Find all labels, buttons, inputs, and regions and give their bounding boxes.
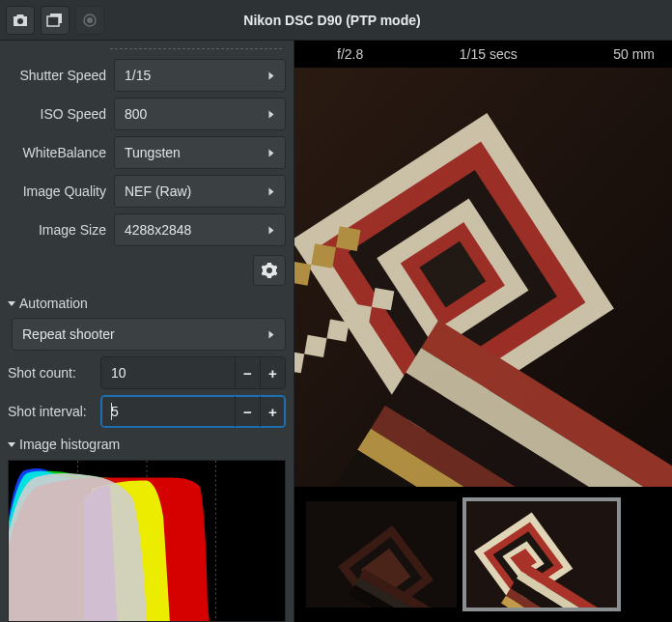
thumbnail[interactable]	[306, 501, 457, 608]
shot-count-row: Shot count: 10 − +	[4, 353, 290, 392]
dropdown-value: Tungsten	[125, 145, 181, 160]
shutter-speed-dropdown[interactable]: 1/15	[114, 59, 286, 92]
chevron-right-icon	[269, 110, 274, 118]
gear-icon	[262, 263, 277, 278]
chevron-right-icon	[269, 187, 274, 195]
decrement-button[interactable]: −	[235, 357, 260, 388]
automation-section-header[interactable]: Automation	[4, 290, 290, 315]
dropdown-value: 4288x2848	[125, 222, 191, 238]
shot-interval-label: Shot interval:	[8, 404, 95, 419]
text-cursor	[111, 403, 112, 420]
burst-button[interactable]	[41, 6, 70, 35]
aperture-value: f/2.8	[337, 46, 363, 62]
shot-count-value[interactable]: 10	[101, 365, 235, 381]
svg-point-0	[17, 18, 23, 24]
shot-count-stepper[interactable]: 10 − +	[100, 356, 286, 389]
setting-label: WhiteBalance	[8, 145, 106, 160]
automation-mode-row: Repeat shooter	[4, 315, 290, 353]
preview-info-bar: f/2.8 1/15 secs 50 mm	[294, 41, 672, 68]
setting-label: ISO Speed	[8, 106, 106, 122]
image-preview	[294, 68, 672, 487]
record-button	[75, 6, 104, 35]
section-title: Automation	[19, 296, 88, 311]
shot-interval-row: Shot interval: 5 − +	[4, 392, 290, 431]
histogram-section-header[interactable]: Image histogram	[4, 431, 290, 456]
shot-interval-value[interactable]: 5	[101, 404, 235, 419]
automation-mode-dropdown[interactable]: Repeat shooter	[12, 318, 286, 351]
setting-label: Image Size	[8, 222, 106, 238]
chevron-right-icon	[269, 226, 274, 234]
setting-row-wb: WhiteBalance Tungsten	[4, 133, 290, 172]
camera-icon	[13, 14, 28, 27]
burst-icon	[46, 14, 64, 27]
settings-gear-button[interactable]	[253, 255, 286, 286]
dropdown-value: Repeat shooter	[22, 326, 115, 342]
titlebar-button-group	[6, 6, 104, 35]
decrement-button[interactable]: −	[235, 396, 260, 427]
capture-button[interactable]	[6, 6, 35, 35]
window-titlebar: Nikon DSC D90 (PTP mode)	[0, 0, 672, 41]
image-size-dropdown[interactable]: 4288x2848	[114, 213, 286, 246]
iso-speed-dropdown[interactable]: 800	[114, 98, 286, 130]
chevron-right-icon	[269, 71, 274, 79]
setting-row-quality: Image Quality NEF (Raw)	[4, 172, 290, 211]
svg-rect-30	[294, 68, 672, 487]
disclosure-triangle-icon	[8, 301, 15, 306]
chevron-right-icon	[269, 330, 274, 338]
dropdown-value: NEF (Raw)	[125, 184, 191, 199]
dropdown-value: 1/15	[125, 68, 151, 83]
histogram-display	[8, 460, 286, 622]
image-quality-dropdown[interactable]: NEF (Raw)	[114, 175, 286, 208]
setting-label: Image Quality	[8, 184, 106, 199]
increment-button[interactable]: +	[260, 357, 285, 388]
setting-label: Shutter Speed	[8, 68, 106, 83]
thumbnail-strip	[294, 487, 672, 622]
chevron-right-icon	[269, 149, 274, 156]
shot-interval-stepper[interactable]: 5 − +	[100, 395, 286, 428]
section-title: Image histogram	[19, 437, 120, 452]
setting-row-size: Image Size 4288x2848	[4, 211, 290, 249]
setting-row-shutter: Shutter Speed 1/15	[4, 56, 290, 95]
dropdown-value: 800	[125, 106, 147, 122]
svg-rect-2	[47, 16, 59, 26]
focal-length-value: 50 mm	[613, 46, 655, 62]
settings-panel: Shutter Speed 1/15 ISO Speed 800 WhiteBa…	[0, 41, 294, 622]
window-title: Nikon DSC D90 (PTP mode)	[104, 13, 560, 28]
white-balance-dropdown[interactable]: Tungsten	[114, 136, 286, 169]
shutter-value: 1/15 secs	[363, 46, 613, 62]
disclosure-triangle-icon	[8, 442, 15, 447]
separator	[110, 48, 282, 50]
setting-row-iso: ISO Speed 800	[4, 95, 290, 133]
record-icon	[83, 14, 97, 27]
svg-point-4	[87, 17, 93, 23]
thumbnail[interactable]	[466, 501, 617, 608]
increment-button[interactable]: +	[260, 396, 285, 427]
shot-count-label: Shot count:	[8, 365, 95, 381]
